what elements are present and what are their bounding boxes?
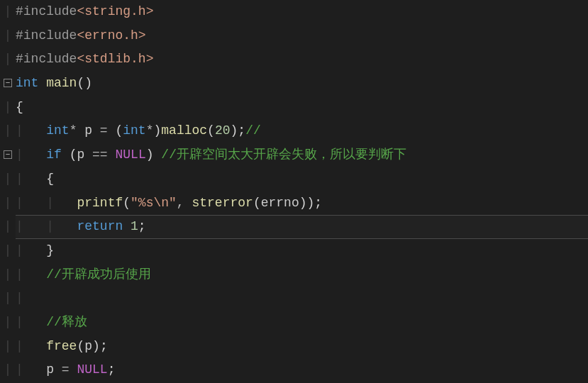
token-semicolon: ; [138, 219, 146, 233]
token-paren: ) [153, 123, 161, 138]
gutter: | [0, 287, 16, 311]
token-identifier: p [77, 148, 84, 162]
token-keyword: if [46, 148, 62, 162]
token-operator: * [70, 123, 85, 138]
code-line[interactable]: | | { [0, 167, 588, 192]
token-header: <stdlib.h> [77, 52, 153, 66]
token-keyword: int [123, 123, 145, 138]
token-number: 1 [131, 219, 138, 233]
token-paren: ( [115, 123, 123, 138]
token-space [62, 148, 70, 162]
token-keyword: return [77, 219, 123, 233]
token-operator: = [54, 362, 77, 377]
token-paren: ) [146, 148, 154, 162]
gutter: | [0, 119, 16, 143]
token-paren: ( [253, 196, 261, 210]
gutter: | [0, 263, 16, 287]
code-line[interactable]: | | } [0, 239, 588, 263]
minus-box-icon[interactable]: − [4, 79, 12, 87]
token-number: 20 [215, 123, 231, 138]
code-line[interactable]: | | | printf("%s\n", strerror(errno)); [0, 192, 588, 216]
gutter: | [0, 192, 16, 216]
token-identifier: p [84, 339, 92, 353]
minus-box-icon[interactable]: − [4, 150, 12, 159]
token-brace: } [46, 243, 54, 257]
token-function: main [46, 76, 77, 90]
token-semicolon: ; [100, 339, 108, 353]
code-line[interactable]: | | free(p); [0, 335, 588, 359]
token-operator: * [146, 123, 154, 138]
code-line[interactable]: − int main() [0, 72, 588, 96]
code-editor[interactable]: | #include<string.h> | #include<errno.h>… [0, 0, 588, 383]
token-paren: () [77, 76, 92, 90]
token-comment: //开辟空间太大开辟会失败，所以要判断下 [161, 148, 406, 162]
token-semicolon: ; [238, 123, 245, 138]
gutter: | [0, 335, 16, 359]
token-paren: ( [70, 148, 77, 162]
code-line[interactable]: | | p = NULL; [0, 358, 588, 382]
code-line[interactable]: | | int* p = (int*)malloc(20);// [0, 119, 588, 143]
gutter: | [0, 215, 16, 239]
token-string: "%s\n" [131, 196, 177, 210]
gutter: | [0, 358, 16, 382]
token-preprocessor: #include [16, 28, 77, 43]
token-paren: ) [307, 196, 315, 210]
token-semicolon: ; [314, 196, 322, 210]
gutter: | [0, 48, 16, 72]
token-keyword: int [46, 123, 69, 138]
gutter: | [0, 0, 16, 24]
code-line[interactable]: | { [0, 96, 588, 120]
code-line[interactable]: | | | return 1; [0, 215, 588, 239]
code-line[interactable]: | #include<string.h> [0, 0, 588, 24]
token-paren: ( [77, 339, 84, 353]
token-operator: = [92, 123, 115, 138]
token-paren: ( [207, 123, 215, 138]
fold-gutter[interactable]: − [0, 143, 16, 167]
token-paren: ) [231, 123, 238, 138]
token-preprocessor: #include [16, 4, 77, 18]
token-function: printf [77, 196, 123, 210]
code-line[interactable]: − | if (p == NULL) //开辟空间太大开辟会失败，所以要判断下 [0, 143, 588, 167]
token-comment: //释放 [46, 315, 87, 329]
code-line[interactable]: | #include<errno.h> [0, 24, 588, 48]
gutter: | [0, 239, 16, 263]
token-header: <string.h> [77, 4, 153, 18]
code-line[interactable]: | | [0, 287, 588, 311]
token-identifier: errno [261, 196, 299, 210]
token-function: strerror [192, 196, 253, 210]
token-paren: ( [123, 196, 131, 210]
token-identifier: p [84, 123, 92, 138]
token-keyword: int [16, 76, 38, 90]
token-brace: { [46, 172, 54, 186]
token-comment: // [245, 123, 261, 138]
token-comment: //开辟成功后使用 [46, 267, 151, 282]
code-line[interactable]: | | //释放 [0, 311, 588, 335]
token-header: <errno.h> [77, 28, 145, 43]
code-line[interactable]: | | //开辟成功后使用 [0, 263, 588, 287]
token-operator: == [84, 148, 115, 162]
token-macro: NULL [115, 148, 145, 162]
gutter: | [0, 167, 16, 192]
gutter: | [0, 311, 16, 335]
token-function: malloc [161, 123, 207, 138]
gutter: | [0, 96, 16, 120]
token-identifier: p [46, 362, 54, 377]
token-comma: , [177, 196, 192, 210]
code-line[interactable]: | #include<stdlib.h> [0, 48, 588, 72]
token-paren: ) [299, 196, 307, 210]
gutter: | [0, 24, 16, 48]
fold-gutter[interactable]: − [0, 72, 16, 96]
token-macro: NULL [77, 362, 107, 377]
token-paren: ) [92, 339, 100, 353]
token-preprocessor: #include [16, 52, 77, 66]
token-brace: { [16, 100, 23, 114]
token-function: free [46, 339, 77, 353]
token-semicolon: ; [108, 362, 116, 377]
